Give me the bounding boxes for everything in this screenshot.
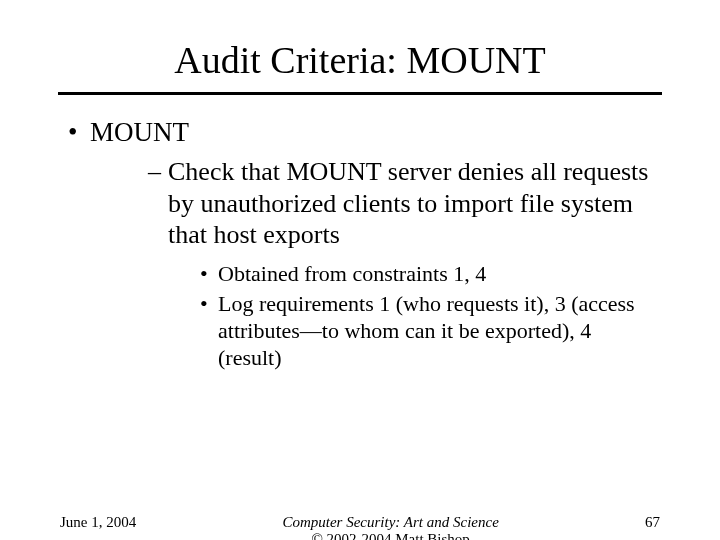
slide-title: Audit Criteria: MOUNT bbox=[0, 38, 720, 82]
list-item: MOUNT Check that MOUNT server denies all… bbox=[90, 117, 660, 371]
slide: Audit Criteria: MOUNT MOUNT Check that M… bbox=[0, 38, 720, 540]
list-item: Check that MOUNT server denies all reque… bbox=[148, 156, 660, 371]
bullet-text: Log requirements 1 (who requests it), 3 … bbox=[218, 291, 635, 370]
bullet-text: MOUNT bbox=[90, 117, 189, 147]
footer-copyright: © 2002-2004 Matt Bishop bbox=[311, 531, 469, 540]
title-rule bbox=[58, 92, 662, 95]
footer-date: June 1, 2004 bbox=[60, 514, 136, 531]
bullet-text: Obtained from constraints 1, 4 bbox=[218, 261, 486, 286]
bullet-list-l2: Check that MOUNT server denies all reque… bbox=[90, 156, 660, 371]
footer-center: Computer Security: Art and Science © 200… bbox=[136, 514, 645, 540]
footer-page-number: 67 bbox=[645, 514, 660, 531]
list-item: Log requirements 1 (who requests it), 3 … bbox=[200, 291, 660, 371]
bullet-text: Check that MOUNT server denies all reque… bbox=[168, 157, 648, 249]
list-item: Obtained from constraints 1, 4 bbox=[200, 261, 660, 288]
footer: June 1, 2004 Computer Security: Art and … bbox=[60, 514, 660, 540]
bullet-list-l3: Obtained from constraints 1, 4 Log requi… bbox=[168, 261, 660, 371]
footer-book-title: Computer Security: Art and Science bbox=[282, 514, 498, 530]
slide-body: MOUNT Check that MOUNT server denies all… bbox=[60, 117, 660, 371]
bullet-list-l1: MOUNT Check that MOUNT server denies all… bbox=[60, 117, 660, 371]
